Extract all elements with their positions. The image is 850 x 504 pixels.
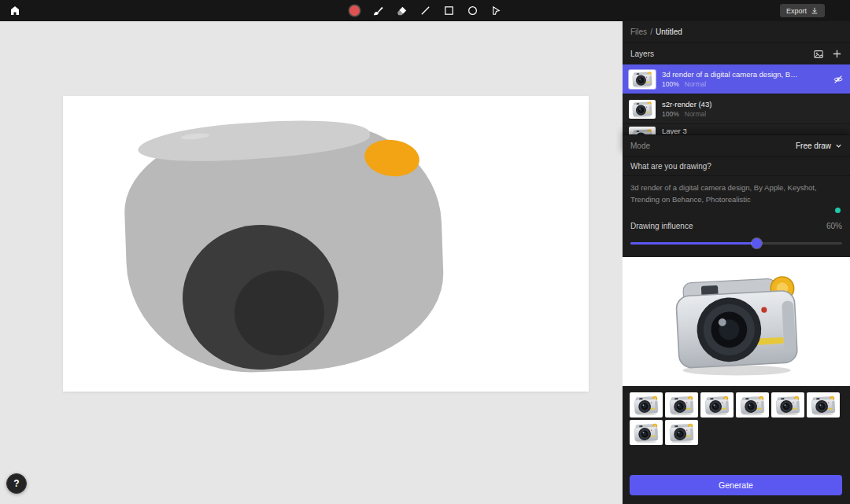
prompt-label: What are you drawing? bbox=[630, 162, 711, 171]
generation-history-grid bbox=[623, 386, 850, 451]
generation-thumbnail[interactable] bbox=[700, 392, 734, 418]
image-icon bbox=[813, 49, 824, 60]
help-button[interactable]: ? bbox=[6, 473, 27, 494]
generate-button[interactable]: Generate bbox=[630, 475, 842, 495]
slider-knob[interactable] bbox=[752, 238, 762, 248]
drawing-influence-row: Drawing influence 60% bbox=[623, 215, 850, 230]
prompt-text: 3d render of a digital camera design, By… bbox=[630, 183, 817, 204]
prompt-status-dot bbox=[835, 208, 841, 213]
color-swatch-tool[interactable] bbox=[347, 4, 361, 18]
layers-header: Layers bbox=[623, 43, 850, 64]
sketch-lens-inner bbox=[235, 270, 324, 355]
layer-blend-mode: Normal bbox=[685, 80, 706, 88]
layer-thumbnail bbox=[629, 70, 656, 89]
app-logo-icon[interactable] bbox=[8, 4, 22, 18]
mode-dropdown[interactable]: Free draw bbox=[796, 142, 842, 150]
layer-visibility-off-icon[interactable] bbox=[833, 74, 844, 85]
brush-tool[interactable] bbox=[371, 4, 385, 18]
mode-label: Mode bbox=[630, 142, 650, 150]
layer-item[interactable]: s2r-render (43) 100% Normal bbox=[623, 94, 850, 123]
rectangle-tool[interactable] bbox=[442, 4, 456, 18]
plus-icon bbox=[832, 49, 842, 59]
eraser-icon bbox=[396, 5, 408, 17]
layer-blend-mode: Normal bbox=[685, 110, 706, 118]
line-tool[interactable] bbox=[418, 4, 432, 18]
prompt-section-header: What are you drawing? bbox=[623, 156, 850, 176]
layer-item[interactable]: Layer 3 bbox=[623, 123, 850, 134]
artboard[interactable] bbox=[63, 96, 589, 392]
sidebar: Files / Untitled Layers 3d render of a d… bbox=[623, 21, 850, 504]
ellipse-tool[interactable] bbox=[465, 4, 479, 18]
influence-value: 60% bbox=[826, 222, 842, 230]
rectangle-icon bbox=[443, 5, 455, 17]
generation-thumbnail[interactable] bbox=[630, 420, 663, 445]
export-label: Export bbox=[786, 7, 807, 15]
chevron-down-icon bbox=[835, 142, 842, 149]
add-image-layer-button[interactable] bbox=[813, 49, 824, 60]
toolbar bbox=[347, 0, 503, 21]
generation-thumbnail[interactable] bbox=[665, 392, 698, 418]
generation-thumbnail[interactable] bbox=[807, 392, 840, 418]
layers-title: Layers bbox=[630, 50, 654, 58]
add-layer-button[interactable] bbox=[832, 49, 842, 59]
breadcrumb-files-link[interactable]: Files bbox=[630, 28, 647, 36]
generation-thumbnail[interactable] bbox=[736, 392, 769, 418]
color-swatch-icon bbox=[349, 6, 360, 16]
app-root: Export Files / Untitled Layers bbox=[0, 0, 850, 504]
layer-name: s2r-render (43) bbox=[662, 100, 711, 109]
layer-thumbnail bbox=[629, 100, 656, 119]
generation-thumbnail[interactable] bbox=[771, 392, 804, 418]
generation-thumbnail[interactable] bbox=[665, 420, 698, 445]
export-button[interactable]: Export bbox=[780, 4, 825, 17]
brush-icon bbox=[372, 5, 384, 17]
breadcrumb: Files / Untitled bbox=[623, 21, 850, 43]
mode-value: Free draw bbox=[796, 142, 831, 150]
mode-row: Mode Free draw bbox=[623, 134, 850, 156]
layer-thumbnail bbox=[629, 127, 656, 134]
breadcrumb-separator: / bbox=[650, 28, 652, 36]
slider-fill bbox=[630, 242, 757, 245]
lasso-icon bbox=[490, 5, 502, 17]
layer-item-selected[interactable]: 3d render of a digital camera design, By… bbox=[623, 64, 850, 94]
eraser-tool[interactable] bbox=[394, 4, 408, 18]
topbar: Export bbox=[0, 0, 850, 21]
influence-label: Drawing influence bbox=[630, 222, 693, 230]
download-icon bbox=[811, 7, 819, 15]
layer-name: Layer 3 bbox=[662, 127, 687, 134]
prompt-input[interactable]: 3d render of a digital camera design, By… bbox=[623, 176, 850, 215]
lasso-tool[interactable] bbox=[489, 4, 503, 18]
line-icon bbox=[419, 5, 431, 17]
layers-list: 3d render of a digital camera design, By… bbox=[623, 64, 850, 134]
layer-opacity: 100% bbox=[662, 110, 679, 118]
generation-thumbnail[interactable] bbox=[630, 392, 663, 418]
breadcrumb-current: Untitled bbox=[656, 28, 682, 36]
generated-preview-image[interactable] bbox=[623, 257, 850, 386]
canvas-area[interactable] bbox=[0, 21, 623, 504]
ellipse-icon bbox=[467, 5, 479, 17]
layer-name: 3d render of a digital camera design, By… bbox=[662, 70, 800, 79]
layer-opacity: 100% bbox=[662, 80, 679, 88]
influence-slider[interactable] bbox=[630, 238, 842, 248]
